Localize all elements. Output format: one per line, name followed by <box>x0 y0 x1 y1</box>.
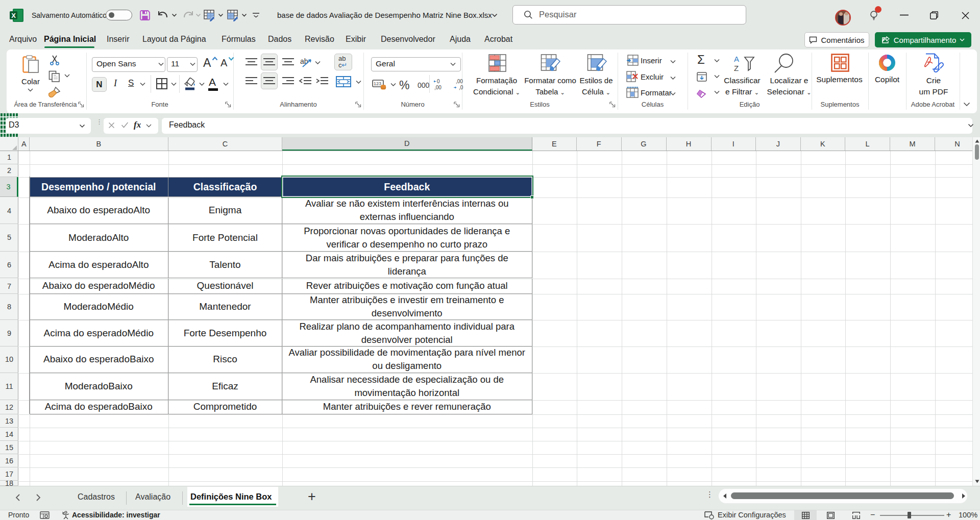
svg-text:A: A <box>734 55 739 63</box>
svg-text:123: 123 <box>374 81 381 86</box>
svg-text:,00: ,00 <box>434 85 442 90</box>
svg-text:0: 0 <box>437 79 440 84</box>
svg-text:,00: ,00 <box>456 79 463 84</box>
svg-text:ab: ab <box>300 57 308 65</box>
svg-text:Z: Z <box>734 64 739 72</box>
svg-text:,0: ,0 <box>459 85 463 90</box>
svg-text:X: X <box>11 12 16 19</box>
